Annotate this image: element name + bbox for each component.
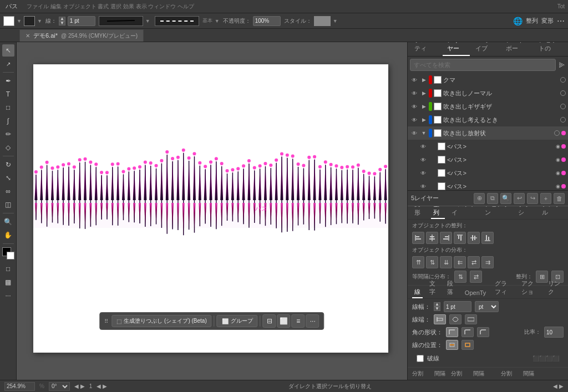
text-tool[interactable]: T <box>2 88 14 100</box>
fill-dropdown[interactable]: ▼ <box>17 18 22 24</box>
dist-center-h-btn[interactable]: ⇄ <box>468 256 480 268</box>
cap-butt-btn[interactable] <box>434 314 446 324</box>
align-top-btn[interactable] <box>454 232 466 244</box>
eraser-tool[interactable]: ◇ <box>2 141 14 154</box>
layer-vis-radial[interactable]: 👁 <box>410 129 419 138</box>
globe-icon[interactable]: 🌐 <box>513 17 523 26</box>
lb-undo-btn[interactable]: ↩ <box>514 193 525 204</box>
layers-search-input[interactable] <box>410 59 556 71</box>
more-tools-btn[interactable]: ··· <box>2 289 14 302</box>
cap-round-btn[interactable] <box>449 314 462 324</box>
align-center-v-btn[interactable] <box>468 232 480 244</box>
fill-swatch[interactable] <box>3 16 14 26</box>
layer-item-path3[interactable]: 👁 ▶ <パス> ◉ <box>408 166 568 180</box>
scale-tool[interactable]: ⤡ <box>2 172 14 184</box>
screen-mode-btn[interactable]: □ <box>2 263 14 275</box>
lb-locate-btn[interactable]: ⊕ <box>474 193 485 204</box>
stab-graphic[interactable]: グラフィ <box>493 278 515 298</box>
tab-layers[interactable]: レイヤー <box>443 42 470 56</box>
layer-target-radial[interactable] <box>554 130 560 136</box>
zoom-tool[interactable]: 🔍 <box>2 216 14 228</box>
align-center-h-btn[interactable] <box>426 232 438 244</box>
stroke-style-preview[interactable] <box>99 16 143 26</box>
layer-item-path2[interactable]: 👁 ▶ <パス> ◉ <box>408 153 568 166</box>
stab-stroke[interactable]: 線 <box>412 287 423 298</box>
stab-action[interactable]: アクショ <box>519 278 541 298</box>
pos-center-btn[interactable] <box>446 340 458 350</box>
corner-miter-btn[interactable] <box>446 327 458 337</box>
stab-para[interactable]: 段落 <box>445 278 458 298</box>
lb-copy-btn[interactable]: ⧉ <box>487 193 498 204</box>
tab-appearance[interactable]: アピアラン <box>483 206 511 219</box>
layer-vis-think[interactable]: 👁 <box>410 115 419 124</box>
stroke-style-dropdown[interactable]: ▼ <box>145 18 150 24</box>
screen-mode-btn2[interactable]: ▩ <box>2 276 14 288</box>
layer-vis-path3[interactable]: 👁 <box>419 169 428 177</box>
pos-inside-btn[interactable] <box>462 340 474 350</box>
hand-tool[interactable]: ✋ <box>2 229 14 241</box>
sw-down[interactable]: ▼ <box>434 307 440 311</box>
layer-target-kuma[interactable] <box>560 77 566 83</box>
arrange-icon[interactable]: 整列 <box>526 17 538 25</box>
layer-item-normal[interactable]: 👁 ▶ 吹き出しノーマル <box>408 86 568 100</box>
doc-tab[interactable]: ✕ デモ6.ai* @ 254.9% (CMYK/プレビュー) <box>19 29 144 42</box>
style-dropdown[interactable]: ▼ <box>333 18 338 24</box>
line-style-dropdown[interactable]: ▼ <box>215 18 220 24</box>
layer-item-kuma[interactable]: 👁 ▶ クマ <box>408 73 568 86</box>
corner-round-btn[interactable] <box>462 327 474 337</box>
path3-vis2[interactable]: ◉ <box>556 170 560 176</box>
layer-expand-normal[interactable]: ▶ <box>420 90 427 96</box>
tab-cc-live[interactable]: CCライブ <box>471 42 500 56</box>
path2-vis2[interactable]: ◉ <box>556 157 560 162</box>
filter-icon[interactable]: ⫸ <box>558 60 566 69</box>
align-left-btn[interactable] <box>412 232 424 244</box>
layer-vis-path1[interactable]: 👁 <box>419 142 428 151</box>
group-btn[interactable]: ⬜ グループ <box>217 315 258 327</box>
layer-expand-zigzag[interactable]: ▶ <box>420 103 427 110</box>
stab-text[interactable]: 文字 <box>427 278 440 298</box>
color-swatch-group[interactable] <box>2 247 14 259</box>
transform-icon[interactable]: 変形 <box>541 17 554 25</box>
equal-dist-h-btn[interactable]: ⇄ <box>470 271 482 283</box>
more-icon[interactable]: ⋯ <box>557 17 565 26</box>
style-swatch[interactable] <box>314 16 331 26</box>
tab-symbol[interactable]: シンボル <box>540 206 564 219</box>
stab-links[interactable]: リンク <box>546 278 564 298</box>
layer-vis-kuma[interactable]: 👁 <box>410 75 419 84</box>
zoom-input[interactable] <box>4 382 35 391</box>
tab-close-btn[interactable]: ✕ <box>26 33 30 39</box>
layer-expand-radial[interactable]: ▼ <box>420 130 427 136</box>
lb-search-btn[interactable]: 🔍 <box>500 193 511 204</box>
gradient-tool[interactable]: ◫ <box>2 198 14 211</box>
layer-target-normal[interactable] <box>560 90 566 96</box>
menu-path[interactable]: パス <box>3 1 20 12</box>
ct-icon-1[interactable]: ⊟ <box>263 314 276 328</box>
tab-brush[interactable]: ブラシ <box>516 206 535 219</box>
stroke-width-input[interactable] <box>68 16 95 26</box>
dashed-checkbox[interactable] <box>417 355 424 362</box>
dist-left-btn[interactable]: ⇇ <box>454 256 466 268</box>
layer-item-path4[interactable]: 👁 ▶ <パス> ◉ <box>408 180 568 190</box>
path1-vis2[interactable]: ◉ <box>556 144 560 149</box>
tab-assets[interactable]: アセットの <box>534 42 566 56</box>
opacity-input[interactable] <box>253 16 281 26</box>
lb-redo-btn[interactable]: ↪ <box>527 193 538 204</box>
layer-vis-path4[interactable]: 👁 <box>419 182 428 190</box>
stroke-dropdown[interactable]: ▼ <box>37 18 42 24</box>
stroke-width-field[interactable] <box>444 301 471 312</box>
layer-item-radial[interactable]: 👁 ▼ 吹き出し放射状 <box>408 126 568 140</box>
layer-item-zigzag[interactable]: 👁 ▶ 吹き出しギザギザ <box>408 100 568 113</box>
tab-artboard[interactable]: アートボー <box>501 42 533 56</box>
layer-item-think[interactable]: 👁 ▶ 吹き出し考えるとき <box>408 113 568 126</box>
tab-properties[interactable]: プロパティ <box>410 42 442 56</box>
dist-center-v-btn[interactable]: ⇅ <box>426 256 438 268</box>
dist-right-btn[interactable]: ⇉ <box>481 256 494 268</box>
lb-add-btn[interactable]: + <box>540 193 551 204</box>
tab-transform[interactable]: 変形 <box>412 206 427 219</box>
align-right-btn[interactable] <box>440 232 452 244</box>
select-tool[interactable]: ↖ <box>2 44 14 57</box>
layer-expand-kuma[interactable]: ▶ <box>420 77 427 83</box>
background-swatch[interactable] <box>7 252 14 259</box>
dist-bottom-btn[interactable]: ⇊ <box>440 256 452 268</box>
rotate-tool[interactable]: ↻ <box>2 159 14 171</box>
